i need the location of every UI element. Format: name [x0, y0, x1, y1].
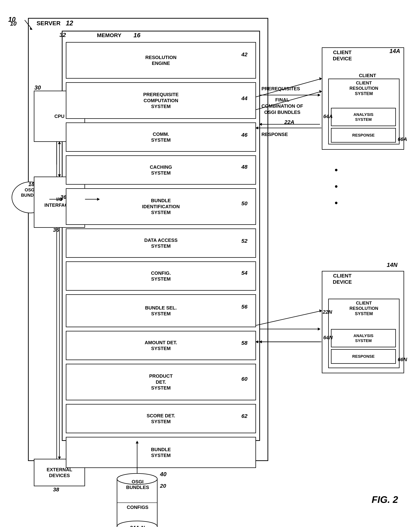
- analysis-a-box: ANALYSISSYSTEM: [331, 108, 396, 126]
- response-n-box: RESPONSE: [331, 349, 396, 364]
- io-ref-34: 36: [60, 194, 66, 200]
- server-label: SERVER: [37, 20, 61, 27]
- comm-system-num: 46: [241, 132, 247, 138]
- final-combo-num: 22A: [284, 119, 294, 125]
- score-det-box: SCORE DET.SYSTEM: [66, 404, 256, 433]
- ref-64a: 64A: [323, 113, 332, 120]
- diagram: 10 10 SERVER 12 MEMORY 16 32 CPU 30 OSGI…: [0, 0, 420, 527]
- svg-marker-19: [318, 328, 321, 330]
- caching-box: CACHINGSYSTEM: [66, 155, 256, 185]
- ref-22n: 22N: [323, 309, 332, 315]
- data-access-num: 52: [241, 238, 247, 244]
- configs-num: 24A-N: [130, 525, 145, 527]
- caching-label: CACHINGSYSTEM: [150, 164, 172, 176]
- external-devices-num: 38: [53, 486, 59, 493]
- osgi-bundle-num: 18: [28, 181, 34, 187]
- svg-marker-47: [319, 309, 322, 312]
- product-det-label: PRODUCTDET.SYSTEM: [149, 373, 173, 391]
- config-label: CONFIG.SYSTEM: [151, 270, 171, 282]
- svg-marker-21: [259, 340, 262, 343]
- osgi-bundles-db-label: OSGIBUNDLES: [121, 479, 155, 490]
- dots: •: [335, 165, 342, 176]
- num-32: 32: [59, 32, 66, 38]
- svg-marker-23: [30, 27, 33, 30]
- response-arrow-label: RESPONSE: [262, 132, 288, 137]
- ref-10-label: 10: [8, 16, 16, 23]
- svg-marker-43: [319, 90, 322, 93]
- config-box: CONFIG.SYSTEM: [66, 261, 256, 291]
- amount-det-box: AMOUNT DET.SYSTEM: [66, 331, 256, 360]
- external-devices-label: EXTERNALDEVICES: [47, 467, 72, 479]
- fig-label: FIG. 2: [372, 494, 398, 505]
- dots2: •: [335, 181, 342, 192]
- data-access-box: DATA ACCESSSYSTEM: [66, 229, 256, 258]
- bundle-id-label: BUNDLEIDENTIFICATIONSYSTEM: [142, 198, 180, 216]
- prereq-comp-label: PREREQUISITECOMPUTATIONSYSTEM: [143, 92, 179, 110]
- comm-system-label: COMM.SYSTEM: [151, 131, 171, 143]
- client-device-a-num: 14A: [389, 47, 400, 55]
- data-access-label: DATA ACCESSSYSTEM: [144, 237, 177, 249]
- io-ref-36: 36: [53, 227, 59, 233]
- memory-label: MEMORY: [97, 32, 122, 39]
- db-num: 40: [160, 471, 166, 478]
- bundle-system-label: BUNDLESYSTEM: [151, 447, 171, 459]
- prereq-comp-box: PREREQUISITECOMPUTATIONSYSTEM: [66, 82, 256, 119]
- ref-66a: 66A: [398, 136, 407, 143]
- bundle-sel-num: 56: [241, 303, 247, 310]
- bundle-id-box: BUNDLEIDENTIFICATIONSYSTEM: [66, 188, 256, 225]
- amount-det-num: 58: [241, 340, 247, 346]
- response-n-label: RESPONSE: [352, 354, 375, 359]
- svg-line-22: [25, 20, 32, 29]
- response-a-label: RESPONSE: [352, 133, 375, 138]
- score-det-label: SCORE DET.SYSTEM: [147, 413, 175, 425]
- osgi-db-cylinder: [115, 470, 159, 527]
- svg-marker-17: [259, 123, 262, 126]
- caching-num: 48: [241, 164, 247, 170]
- product-det-num: 60: [241, 376, 247, 382]
- final-combo-label: FINALCOMBINATION OFOSGI BUNDLES: [262, 97, 303, 115]
- configs-label: CONFIGS: [121, 505, 155, 510]
- memory-num: 16: [133, 32, 140, 39]
- osgi-bundles-num: 20: [160, 483, 166, 489]
- bundle-sel-box: BUNDLE SEL.SYSTEM: [66, 294, 256, 327]
- resolution-engine-label: RESOLUTIONENGINE: [145, 55, 177, 66]
- analysis-a-label: ANALYSISSYSTEM: [354, 112, 373, 122]
- ref-66n: 66N: [398, 356, 407, 363]
- resolution-engine-box: RESOLUTIONENGINE: [66, 42, 256, 79]
- cpu-num: 30: [34, 84, 41, 91]
- svg-line-46: [256, 311, 321, 325]
- analysis-n-label: ANALYSISSYSTEM: [354, 333, 373, 343]
- client-res-n-label: CLIENTRESOLUTIONSYSTEM: [331, 300, 397, 316]
- comm-system-box: COMM.SYSTEM: [66, 122, 256, 152]
- resolution-engine-num: 42: [241, 51, 247, 58]
- config-num: 54: [241, 270, 247, 276]
- dots3: •: [335, 198, 342, 209]
- amount-det-label: AMOUNT DET.SYSTEM: [145, 340, 177, 351]
- bundle-system-box: BUNDLESYSTEM: [66, 437, 256, 468]
- product-det-box: PRODUCTDET.SYSTEM: [66, 364, 256, 400]
- client-device-n-num: 14N: [387, 261, 398, 268]
- bundle-id-num: 50: [241, 200, 247, 207]
- bundle-sel-label: BUNDLE SEL.SYSTEM: [145, 305, 177, 317]
- client-device-n-label: CLIENTDEVICE: [333, 273, 352, 285]
- client-a-label: CLIENT: [333, 73, 402, 78]
- ref-64n: 64N: [323, 335, 332, 341]
- prereq-comp-num: 44: [241, 95, 247, 102]
- response-a-box: RESPONSE: [331, 128, 396, 143]
- analysis-n-box: ANALYSISSYSTEM: [331, 329, 396, 347]
- score-det-num: 62: [241, 413, 247, 419]
- svg-marker-41: [319, 77, 322, 80]
- svg-marker-15: [318, 94, 321, 97]
- prerequisites-label: PREREQUISITES: [262, 86, 300, 92]
- cpu-label: CPU: [55, 113, 65, 119]
- server-num: 12: [66, 19, 73, 27]
- client-res-a-label: CLIENTRESOLUTIONSYSTEM: [331, 80, 397, 96]
- client-device-a-label: CLIENTDEVICE: [333, 49, 352, 62]
